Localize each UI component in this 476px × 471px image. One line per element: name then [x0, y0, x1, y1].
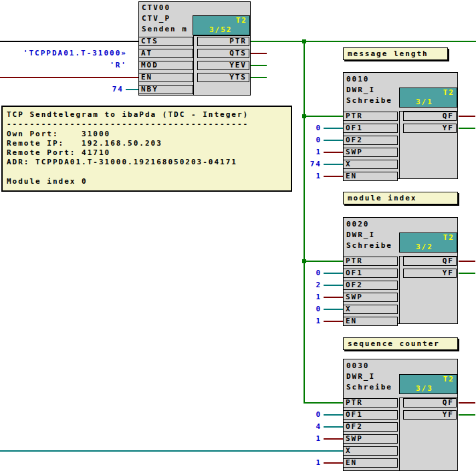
- stub-qf-0030[interactable]: [459, 402, 475, 404]
- stub-qts-output[interactable]: [251, 53, 267, 54]
- wire-ptr-branch-0010[interactable]: [304, 116, 343, 117]
- value-0020-en[interactable]: 1: [316, 317, 322, 326]
- block-ctv00[interactable]: CTV00 CTV_P Senden m T2 3/52 CTS AT MOD …: [138, 1, 251, 96]
- pin-0010-ptr[interactable]: PTR: [343, 112, 398, 121]
- stub-en-0030[interactable]: [324, 462, 343, 464]
- pin-0020-swp[interactable]: SWP: [343, 293, 398, 302]
- value-0010-of1[interactable]: 0: [316, 124, 322, 133]
- pin-ctv00-nby[interactable]: NBY: [138, 85, 193, 94]
- stub-yts-output[interactable]: [251, 77, 267, 78]
- pin-0010-swp[interactable]: SWP: [343, 148, 398, 157]
- pin-0020-qf[interactable]: QF: [403, 257, 457, 266]
- label-text: sequence counter: [348, 339, 440, 348]
- stub-of1-0010[interactable]: [324, 128, 343, 129]
- value-0010-en[interactable]: 1: [316, 172, 322, 181]
- value-0020-of2[interactable]: 2: [316, 281, 322, 290]
- pin-ctv00-yts[interactable]: YTS: [197, 73, 249, 82]
- value-0010-of2[interactable]: 0: [316, 136, 322, 145]
- stub-of2-0030[interactable]: [324, 426, 343, 428]
- pin-0020-of1[interactable]: OF1: [343, 269, 398, 278]
- task-name: T2: [443, 375, 455, 384]
- pin-0010-of1[interactable]: OF1: [343, 124, 398, 133]
- stub-swp-0020[interactable]: [324, 297, 343, 298]
- pin-ctv00-qts[interactable]: QTS: [197, 49, 249, 58]
- pin-0010-x[interactable]: X: [343, 160, 398, 169]
- stub-of2-0020[interactable]: [324, 285, 343, 286]
- task-name: T2: [443, 233, 455, 243]
- wire-ptr-branch-0030[interactable]: [304, 402, 343, 404]
- block-0020[interactable]: 0020 DWR_I Schreibe T2 3/2 PTR OF1 OF2 S…: [343, 217, 458, 324]
- value-ctv00-nby[interactable]: 74: [112, 85, 124, 94]
- wire-ptr-bus-v[interactable]: [304, 41, 305, 404]
- stub-of2-0010[interactable]: [324, 140, 343, 141]
- comment-box[interactable]: TCP Sendtelegram to ibaPda (TDC - Intege…: [1, 106, 292, 192]
- value-0030-of2[interactable]: 4: [316, 422, 322, 432]
- wire-ptr-bus-h[interactable]: [251, 41, 476, 42]
- wire-cts-input[interactable]: [0, 41, 138, 42]
- pin-0020-en[interactable]: EN: [343, 317, 398, 326]
- value-0030-of1[interactable]: 0: [316, 410, 322, 420]
- label-module-index[interactable]: module index: [343, 192, 458, 204]
- pin-0030-qf[interactable]: QF: [403, 398, 457, 408]
- pin-0030-of2[interactable]: OF2: [343, 422, 398, 432]
- value-0020-x[interactable]: 0: [316, 305, 322, 314]
- stub-x-0020[interactable]: [324, 309, 343, 310]
- pin-0010-of2[interactable]: OF2: [343, 136, 398, 145]
- stub-yf-0020[interactable]: [459, 273, 475, 274]
- pin-ctv00-mod[interactable]: MOD: [138, 61, 193, 70]
- pin-0020-yf[interactable]: YF: [403, 269, 457, 278]
- pin-0020-ptr[interactable]: PTR: [343, 257, 398, 266]
- pin-0010-qf[interactable]: QF: [403, 112, 457, 121]
- pin-0010-en[interactable]: EN: [343, 172, 398, 181]
- stub-qf-0020[interactable]: [459, 261, 475, 262]
- pin-ctv00-en[interactable]: EN: [138, 73, 193, 82]
- stub-of1-0030[interactable]: [324, 414, 343, 416]
- pin-ctv00-cts[interactable]: CTS: [138, 37, 193, 46]
- label-sequence-counter[interactable]: sequence counter: [343, 337, 458, 350]
- pin-0030-swp[interactable]: SWP: [343, 434, 398, 444]
- label-message-length[interactable]: message length: [343, 47, 448, 60]
- stub-qf-0010[interactable]: [459, 116, 475, 117]
- block-comment: Schreibe: [346, 241, 392, 251]
- stub-yev-output[interactable]: [251, 65, 267, 66]
- stub-nby-input[interactable]: [126, 89, 138, 90]
- label-text: module index: [348, 194, 416, 202]
- stub-en-0020[interactable]: [324, 321, 343, 322]
- pin-0030-x[interactable]: X: [343, 446, 398, 456]
- value-0030-en[interactable]: 1: [316, 458, 322, 468]
- block-0010[interactable]: 0010 DWR_I Schreibe T2 3/1 PTR OF1 OF2 S…: [343, 72, 458, 179]
- value-0030-swp[interactable]: 1: [316, 434, 322, 444]
- block-0030[interactable]: 0030 DWR_I Schreibe T2 3/3 PTR OF1 OF2 S…: [343, 359, 458, 471]
- task-badge: T2 3/3: [399, 374, 457, 394]
- stub-of1-0020[interactable]: [324, 273, 343, 274]
- value-0010-x[interactable]: 74: [310, 160, 322, 169]
- stub-yf-0030[interactable]: [459, 414, 475, 416]
- exec-order: 3/3: [416, 384, 433, 394]
- value-0020-of1[interactable]: 0: [316, 269, 322, 278]
- stub-en-0010[interactable]: [324, 176, 343, 177]
- block-comment: Schreibe: [346, 382, 392, 393]
- pin-0030-en[interactable]: EN: [343, 458, 398, 468]
- pin-0030-ptr[interactable]: PTR: [343, 398, 398, 408]
- stub-swp-0010[interactable]: [324, 152, 343, 153]
- wire-en-input[interactable]: [0, 77, 138, 78]
- pin-0020-x[interactable]: X: [343, 305, 398, 314]
- pin-0030-of1[interactable]: OF1: [343, 410, 398, 420]
- comment-line: [7, 168, 287, 177]
- stub-yf-0010[interactable]: [459, 128, 475, 129]
- wire-ptr-branch-0020[interactable]: [304, 261, 343, 262]
- wire-x-0030[interactable]: [0, 450, 343, 452]
- comment-line: Module index 0: [7, 177, 287, 186]
- value-ctv00-at[interactable]: 'TCPPDA01.T-31000»: [23, 49, 127, 58]
- pin-0020-of2[interactable]: OF2: [343, 281, 398, 290]
- pin-ctv00-ptr[interactable]: PTR: [197, 37, 249, 46]
- pin-ctv00-yev[interactable]: YEV: [197, 61, 249, 70]
- stub-swp-0030[interactable]: [324, 438, 343, 440]
- value-ctv00-mod[interactable]: 'R': [110, 61, 127, 70]
- pin-0010-yf[interactable]: YF: [403, 124, 457, 133]
- value-0010-swp[interactable]: 1: [316, 148, 322, 157]
- stub-x-0010[interactable]: [324, 164, 343, 165]
- pin-ctv00-at[interactable]: AT: [138, 49, 193, 58]
- value-0020-swp[interactable]: 1: [316, 293, 322, 302]
- pin-0030-yf[interactable]: YF: [403, 410, 457, 420]
